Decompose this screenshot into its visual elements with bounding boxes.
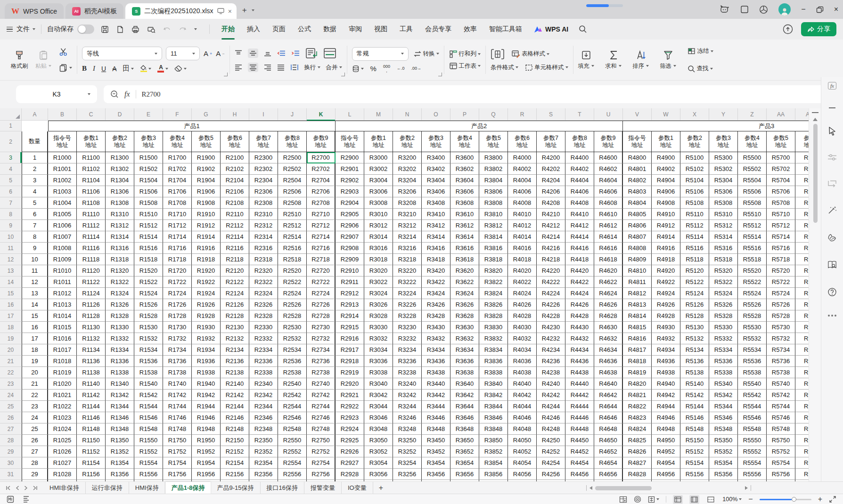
grid-cell[interactable]: R1300 bbox=[106, 152, 134, 163]
grid-cell[interactable]: R1902 bbox=[192, 163, 221, 175]
row-header[interactable]: 19 bbox=[0, 333, 22, 344]
column-header[interactable]: G bbox=[192, 108, 221, 121]
grid-cell[interactable]: R5540 bbox=[738, 378, 767, 390]
grid-cell[interactable]: R4811 bbox=[623, 276, 652, 288]
field-header-cell[interactable]: 参数地址 bbox=[795, 131, 809, 152]
grid-cell[interactable]: R2730 bbox=[307, 322, 336, 333]
grid-cell[interactable]: R2714 bbox=[307, 231, 336, 243]
grid-cell[interactable]: R2912 bbox=[336, 288, 364, 299]
grid-cell[interactable]: R4624 bbox=[594, 288, 623, 299]
grid-cell[interactable]: R1730 bbox=[163, 322, 192, 333]
grid-cell[interactable]: R3050 bbox=[364, 435, 393, 446]
grid-cell[interactable]: R1023 bbox=[48, 412, 77, 423]
grid-cell[interactable]: R4816 bbox=[623, 333, 652, 344]
grid-cell[interactable]: R3424 bbox=[422, 288, 450, 299]
grid-cell[interactable]: R3242 bbox=[393, 390, 422, 401]
grid-cell[interactable]: R2314 bbox=[249, 231, 278, 243]
grid-cell[interactable]: R3248 bbox=[393, 423, 422, 435]
grid-cell[interactable]: R3404 bbox=[422, 175, 450, 186]
grid-cell[interactable]: R5556 bbox=[738, 469, 767, 480]
grid-cell[interactable]: R4208 bbox=[537, 197, 565, 209]
grid-cell[interactable]: R1948 bbox=[192, 423, 221, 435]
grid-cell[interactable]: R1702 bbox=[163, 163, 192, 175]
grid-cell[interactable]: R2726 bbox=[307, 299, 336, 310]
grid-cell[interactable]: R1350 bbox=[106, 435, 134, 446]
grid-cell[interactable]: R3822 bbox=[479, 276, 508, 288]
grid-cell[interactable]: R5516 bbox=[738, 243, 767, 254]
increase-indent-icon[interactable] bbox=[291, 50, 300, 57]
grid-cell[interactable]: R1540 bbox=[134, 378, 163, 390]
field-header-cell[interactable]: 参数8地址 bbox=[565, 131, 594, 152]
grid-cell[interactable]: R4250 bbox=[537, 435, 565, 446]
grid-cell[interactable]: R5348 bbox=[709, 423, 738, 435]
grid-cell[interactable]: R4022 bbox=[508, 276, 537, 288]
grid-cell[interactable]: R2512 bbox=[278, 220, 307, 231]
grid-cell[interactable]: R1130 bbox=[77, 322, 106, 333]
grid-cell[interactable]: R3220 bbox=[393, 265, 422, 276]
column-header[interactable]: AB bbox=[795, 108, 809, 121]
grid-cell[interactable]: R2926 bbox=[336, 446, 364, 457]
grid-cell[interactable]: R3444 bbox=[422, 401, 450, 412]
grid-cell[interactable]: R1010 bbox=[48, 265, 77, 276]
grid-cell[interactable]: 18 bbox=[22, 344, 48, 356]
grid-cell[interactable]: R2742 bbox=[307, 390, 336, 401]
grid-cell[interactable]: R3008 bbox=[364, 197, 393, 209]
grid-cell[interactable]: R4210 bbox=[537, 209, 565, 220]
grid-cell[interactable]: R1310 bbox=[106, 209, 134, 220]
field-header-cell[interactable]: 参数1地址 bbox=[652, 131, 680, 152]
field-header-cell[interactable]: 指令号地址 bbox=[48, 131, 77, 152]
grid-cell[interactable]: R3210 bbox=[393, 209, 422, 220]
macro-icon[interactable] bbox=[7, 496, 14, 503]
row-header[interactable]: 4 bbox=[0, 163, 22, 175]
grid-cell[interactable]: R4244 bbox=[537, 401, 565, 412]
row-header[interactable]: 28 bbox=[0, 435, 22, 446]
field-header-cell[interactable]: 参数7地址 bbox=[249, 131, 278, 152]
grid-cell[interactable]: R1138 bbox=[77, 367, 106, 378]
grid-cell[interactable]: R4940 bbox=[652, 378, 680, 390]
grid-cell[interactable]: R4630 bbox=[594, 322, 623, 333]
field-header-cell[interactable]: 参数7地址 bbox=[537, 131, 565, 152]
field-header-cell[interactable]: 参数5地址 bbox=[192, 131, 221, 152]
comma-style-button[interactable]: 000, bbox=[383, 65, 390, 73]
grid-cell[interactable]: R5740 bbox=[767, 378, 795, 390]
grid-cell[interactable]: R4814 bbox=[623, 310, 652, 322]
grid-cell[interactable]: R2732 bbox=[307, 333, 336, 344]
field-header-cell[interactable]: 参数9地址 bbox=[594, 131, 623, 152]
grid-cell[interactable]: R4632 bbox=[594, 333, 623, 344]
grid-cell[interactable]: 10 bbox=[22, 254, 48, 265]
row-header[interactable]: 12 bbox=[0, 254, 22, 265]
reference-book-icon[interactable] bbox=[827, 260, 837, 269]
column-header[interactable]: D bbox=[106, 108, 134, 121]
grid-cell[interactable]: R3608 bbox=[450, 197, 479, 209]
filter-button[interactable]: 筛选 bbox=[660, 50, 676, 70]
grid-cell[interactable]: R3604 bbox=[450, 175, 479, 186]
row-header[interactable]: 3 bbox=[0, 152, 22, 163]
scroll-up-icon[interactable] bbox=[813, 118, 818, 121]
column-header[interactable]: I bbox=[249, 108, 278, 121]
grid-cell[interactable]: R5728 bbox=[767, 310, 795, 322]
grid-cell[interactable]: R4204 bbox=[537, 175, 565, 186]
grid-cell[interactable]: R4622 bbox=[594, 276, 623, 288]
grid-cell[interactable]: R3804 bbox=[479, 175, 508, 186]
grid-cell[interactable]: R4608 bbox=[594, 197, 623, 209]
grid-cell[interactable]: R1020 bbox=[48, 378, 77, 390]
grid-cell[interactable]: 23 bbox=[22, 401, 48, 412]
grid-cell[interactable]: R3002 bbox=[364, 163, 393, 175]
grid-cell[interactable]: R1316 bbox=[106, 243, 134, 254]
grid-cell[interactable]: R5114 bbox=[680, 231, 709, 243]
column-header[interactable]: T bbox=[565, 108, 594, 121]
grid-cell[interactable]: R3206 bbox=[393, 186, 422, 197]
grid-cell[interactable]: R1342 bbox=[106, 390, 134, 401]
grid-cell[interactable]: R5738 bbox=[767, 367, 795, 378]
grid-cell[interactable]: R1740 bbox=[163, 378, 192, 390]
horizontal-scroll-thumb[interactable] bbox=[595, 486, 652, 490]
grid-cell[interactable]: R2752 bbox=[307, 446, 336, 457]
grid-cell[interactable]: R2332 bbox=[249, 333, 278, 344]
loop-refresh-icon[interactable] bbox=[827, 179, 837, 187]
grid-cell[interactable]: R5752 bbox=[767, 446, 795, 457]
grid-cell[interactable]: R5354 bbox=[709, 457, 738, 469]
grid-cell[interactable]: R1106 bbox=[77, 186, 106, 197]
grid-cell[interactable]: R5744 bbox=[767, 401, 795, 412]
grid-cell[interactable]: R5108 bbox=[680, 197, 709, 209]
currency-button[interactable] bbox=[352, 65, 364, 73]
